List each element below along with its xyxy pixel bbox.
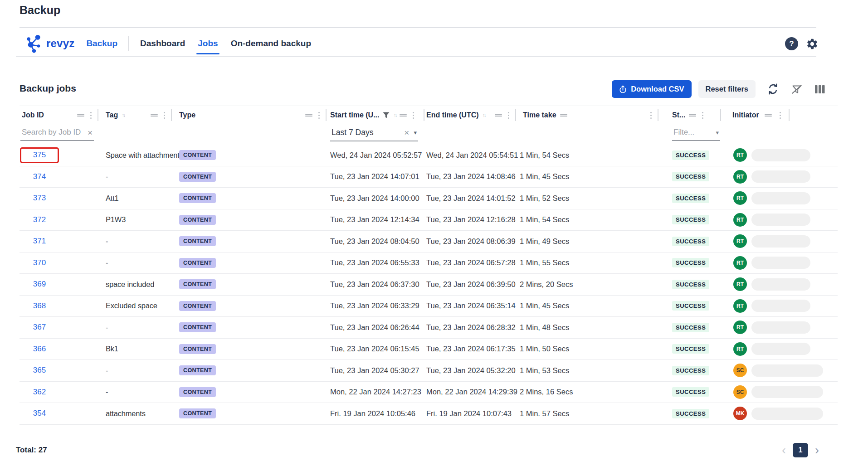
- column-menu-icon[interactable]: [164, 115, 165, 116]
- job-id-link[interactable]: 372: [33, 215, 46, 224]
- job-id-highlight-box: 373: [20, 190, 59, 206]
- filter-active-icon[interactable]: [383, 112, 390, 118]
- status-badge: SUCCESS: [672, 258, 709, 267]
- tab-on-demand-backup[interactable]: On-demand backup: [231, 39, 311, 49]
- table-row: 373 Att1 CONTENT Tue, 23 Jan 2024 14:00:…: [20, 188, 838, 209]
- end-time-cell: Tue, 23 Jan 2024 06:17:35: [426, 345, 520, 353]
- tag-cell: -: [106, 388, 179, 396]
- reset-filters-button[interactable]: Reset filters: [698, 80, 756, 98]
- start-time-cell: Fri. 19 Jan 2024 10:05:46: [330, 409, 426, 418]
- start-time-cell: Wed, 24 Jan 2024 05:52:57: [330, 151, 426, 160]
- column-menu-icon[interactable]: [90, 115, 92, 116]
- job-id-highlight-box: 371: [20, 233, 59, 249]
- help-icon[interactable]: ?: [785, 37, 798, 50]
- initiator-name-pill: [751, 192, 810, 204]
- job-id-link[interactable]: 373: [33, 194, 46, 203]
- columns-icon[interactable]: [814, 84, 825, 94]
- drag-handle-icon[interactable]: [151, 113, 158, 117]
- initiator-avatar: RT: [733, 213, 747, 227]
- nav-link-backup[interactable]: Backup: [86, 39, 117, 49]
- column-menu-icon[interactable]: [413, 115, 414, 116]
- status-badge: SUCCESS: [672, 194, 709, 203]
- filter-off-icon[interactable]: [790, 83, 803, 95]
- column-menu-icon[interactable]: [780, 115, 781, 116]
- job-id-highlight-box: 354: [20, 406, 59, 422]
- clear-icon[interactable]: ×: [404, 128, 409, 137]
- drag-handle-icon[interactable]: [765, 113, 772, 117]
- status-filter[interactable]: Filte... ▾: [672, 128, 720, 141]
- column-menu-icon[interactable]: [318, 115, 320, 116]
- drag-handle-icon[interactable]: [689, 113, 696, 117]
- end-time-cell: Tue, 23 Jan 2024 14:01:52: [426, 194, 520, 203]
- initiator-name-pill: [751, 214, 810, 226]
- refresh-icon[interactable]: [767, 83, 779, 95]
- job-id-link[interactable]: 354: [33, 409, 46, 418]
- divider-line: [16, 56, 816, 57]
- initiator-avatar: SC: [733, 385, 747, 399]
- table-row: 365 - CONTENT Tue, 23 Jan 2024 05:30:27 …: [20, 360, 838, 382]
- sort-icon[interactable]: ↑↓: [393, 112, 396, 118]
- column-menu-icon[interactable]: [650, 115, 652, 116]
- job-id-link[interactable]: 371: [33, 237, 46, 246]
- end-time-cell: Tue, 23 Jan 2024 06:28:32: [426, 323, 520, 332]
- job-id-link[interactable]: 374: [33, 172, 46, 181]
- initiator-name-pill: [751, 235, 810, 248]
- time-taken-cell: 2 Mins, 20 Secs: [520, 280, 658, 289]
- column-menu-icon[interactable]: [508, 115, 509, 116]
- column-header-time-taken: Time take: [520, 106, 658, 124]
- tag-cell: -: [106, 258, 179, 267]
- start-time-cell: Tue, 23 Jan 2024 06:55:33: [330, 258, 426, 267]
- start-time-cell: Mon, 22 Jan 2024 14:27:23: [330, 388, 426, 396]
- sort-icon[interactable]: ↑↓: [122, 112, 124, 118]
- drag-handle-icon[interactable]: [305, 113, 312, 117]
- drag-handle-icon[interactable]: [77, 113, 84, 117]
- brand[interactable]: revyz: [25, 34, 74, 53]
- clear-icon[interactable]: ×: [88, 128, 93, 137]
- column-header-end-time: End time (UTC) ↑↓: [426, 106, 520, 124]
- chevron-down-icon[interactable]: ▾: [716, 129, 719, 136]
- initiator-name-pill: [751, 170, 810, 183]
- job-id-link[interactable]: 367: [33, 323, 46, 332]
- revyz-logo-icon: [25, 34, 43, 53]
- column-header-start-time: Start time (U... ↑↓: [330, 106, 426, 124]
- job-id-link[interactable]: 368: [33, 301, 46, 311]
- initiator-name-pill: [751, 300, 810, 312]
- job-id-link[interactable]: 369: [33, 280, 46, 289]
- start-time-cell: Tue, 23 Jan 2024 06:26:44: [330, 323, 426, 332]
- time-taken-cell: 2 Mins, 16 Secs: [520, 388, 658, 396]
- start-time-filter[interactable]: Last 7 Days × ▾: [330, 128, 418, 141]
- tag-cell: -: [106, 172, 179, 181]
- page-number-button[interactable]: 1: [793, 443, 808, 457]
- previous-page-icon[interactable]: ‹: [782, 444, 786, 456]
- download-csv-button[interactable]: Download CSV: [612, 80, 691, 98]
- type-badge: CONTENT: [179, 322, 216, 332]
- chevron-down-icon[interactable]: ▾: [414, 129, 417, 136]
- tab-dashboard[interactable]: Dashboard: [140, 39, 185, 49]
- job-id-link[interactable]: 375: [33, 151, 46, 160]
- drag-handle-icon[interactable]: [495, 113, 502, 117]
- drag-handle-icon[interactable]: [560, 113, 567, 117]
- sort-icon[interactable]: ↑↓: [483, 112, 485, 118]
- table-row: 371 - CONTENT Tue, 23 Jan 2024 08:04:50 …: [20, 231, 838, 252]
- initiator-name-pill: [751, 343, 810, 355]
- tag-cell: Att1: [106, 194, 179, 203]
- time-taken-cell: 1 Min, 55 Secs: [520, 258, 658, 267]
- column-header-initiator: Initiator: [721, 106, 838, 124]
- initiator-avatar: MK: [733, 407, 747, 420]
- column-menu-icon[interactable]: [702, 115, 703, 116]
- job-id-link[interactable]: 366: [33, 345, 46, 354]
- initiator-name-pill: [751, 364, 823, 377]
- column-header-status: St...: [658, 106, 721, 124]
- job-id-link[interactable]: 365: [33, 366, 46, 375]
- job-id-link[interactable]: 362: [33, 388, 46, 397]
- start-time-cell: Tue, 23 Jan 2024 06:15:45: [330, 345, 426, 353]
- drag-handle-icon[interactable]: [400, 113, 407, 117]
- gear-icon[interactable]: [806, 38, 819, 50]
- column-header-type: Type: [179, 106, 330, 124]
- tab-jobs[interactable]: Jobs: [198, 39, 218, 49]
- start-time-cell: Tue, 23 Jan 2024 06:37:30: [330, 280, 426, 289]
- job-id-link[interactable]: 370: [33, 258, 46, 267]
- next-page-icon[interactable]: ›: [815, 444, 819, 456]
- job-id-search-input[interactable]: Search by Job ID ×: [20, 128, 94, 141]
- job-id-highlight-box: 366: [20, 341, 59, 357]
